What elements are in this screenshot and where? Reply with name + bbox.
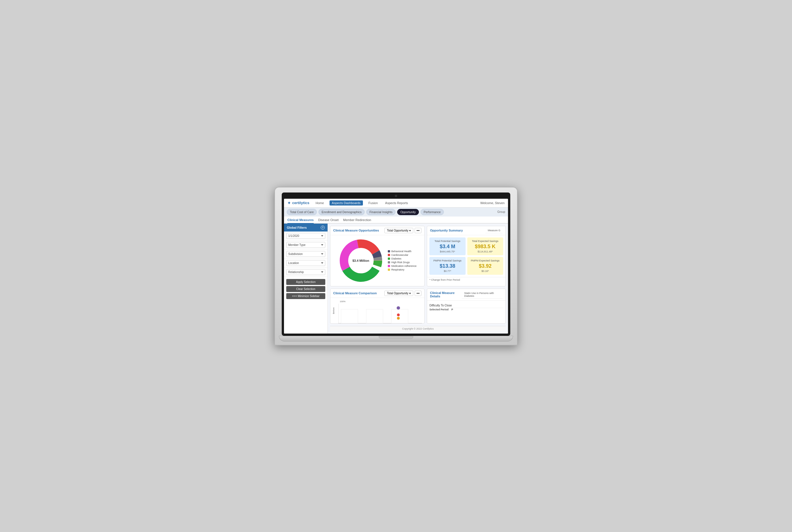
tab-member-redirection[interactable]: Member Redirection [343,218,371,224]
brand-logo: ✦ certilytics [288,201,310,205]
date-select[interactable]: 1/1/2020 [286,233,325,239]
minimize-sidebar-button[interactable]: <<< Minimize Sidebar [286,293,325,299]
total-expected-title: Total Expected Savings [470,240,500,243]
laptop-base [279,336,513,341]
group-label: Group [497,210,505,213]
selected-period-header: Selected Period [429,308,448,311]
more-options-button[interactable]: ••• [415,228,422,233]
clinical-comparison-panel: Clinical Measure Comparison Total Opport… [330,289,425,324]
brand-name: certilytics [292,201,310,205]
main-content: Clinical Measure Opportunities Total Opp… [328,224,508,334]
comparison-chart-area: Before 100% [330,298,424,323]
clinical-details-title: Clinical Measure Details [430,291,462,298]
total-potential-sub: $444,445.75* [432,250,462,253]
sidebar-title: Global Filters [287,226,307,229]
opportunity-grid: Total Potential Savings $3.4 M $444,445.… [427,235,505,277]
legend-dot-medication [388,265,390,267]
sub-navigation: Total Cost of Care Enrollment and Demogr… [284,208,508,216]
copyright-text: Copyright © 2022 Certilytics [330,326,506,331]
total-opportunity-dropdown[interactable]: Total Opportunity ▾ [384,228,413,233]
chevron-down-icon-2: ▾ [409,292,411,295]
subdivision-select[interactable]: Subdivision [286,251,325,257]
opportunity-summary-panel: Opportunity Summary Measure G Total Pote… [427,226,506,286]
p-header: P [452,308,453,311]
legend-diabetes: Diabetes [388,257,417,260]
nav-home[interactable]: Home [314,201,326,206]
legend-cardiovascular: Cardiovascular [388,253,417,256]
difficulty-row: Difficulty To Close [429,303,503,308]
date-filter: 1/1/2020 [284,231,328,241]
legend-dot-behavioral [388,250,390,252]
pmpm-expected-title: PMPM Expected Savings [470,259,500,262]
location-select[interactable]: Location [286,260,325,266]
member-type-select[interactable]: Member Type [286,242,325,248]
measure-g-label: Measure G [485,228,503,233]
nav-aspects-dashboards[interactable]: Aspects Dashboards [330,201,363,206]
total-expected-value: $983.5 K [470,244,500,250]
subtab-enrollment[interactable]: Enrollment and Demographics [318,209,365,215]
bottom-panel-row: Clinical Measure Comparison Total Opport… [330,289,506,324]
total-potential-value: $3.4 M [432,244,462,250]
percent-100-label: 100% [340,300,345,303]
sidebar: Global Filters ? 1/1/2020 Member Typ [284,224,328,334]
legend-respiratory: Respiratory [388,268,417,271]
svg-rect-11 [366,309,383,323]
nav-aspects-reports[interactable]: Aspects Reports [384,201,410,206]
nav-fusion[interactable]: Fusion [367,201,380,206]
clinical-comparison-controls: Total Opportunity ▾ ••• [384,290,421,296]
total-expected-savings-card: Total Expected Savings $983.5 K $114,911… [467,238,503,255]
nav-links: Home Aspects Dashboards Fusion Aspects R… [314,201,410,206]
pmpm-expected-sub: $0.16* [470,270,500,272]
clear-selection-button[interactable]: Clear Selection [286,286,325,292]
top-panel-row: Clinical Measure Opportunities Total Opp… [330,226,506,286]
clinical-opportunities-header: Clinical Measure Opportunities Total Opp… [330,226,424,235]
relationship-select[interactable]: Relationship [286,269,325,275]
comparison-dropdown[interactable]: Total Opportunity ▾ [384,290,413,296]
legend-dot-cardiovascular [388,254,390,256]
subtab-total-cost[interactable]: Total Cost of Care [287,209,317,215]
clinical-comparison-title: Clinical Measure Comparison [333,291,377,295]
svg-point-14 [397,314,400,316]
clinical-details-content: Difficulty To Close Selected Period P [427,301,505,313]
subtab-financial[interactable]: Financial Insights [366,209,395,215]
clinical-details-panel: Clinical Measure Details Statin Use in P… [427,289,506,324]
clinical-opportunities-title: Clinical Measure Opportunities [333,229,379,232]
svg-rect-12 [391,309,408,323]
clinical-details-header: Clinical Measure Details Statin Use in P… [427,289,505,301]
info-icon[interactable]: ? [321,226,325,230]
detail-columns: Selected Period P [429,308,503,311]
legend-high-risk-drugs: High Risk Drugs [388,261,417,264]
tab-disease-onset[interactable]: Disease Onset [318,218,338,224]
comparison-bar-chart [338,304,422,323]
y-axis-label: Before [332,307,335,314]
top-navigation: ✦ certilytics Home Aspects Dashboards Fu… [284,199,508,208]
comparison-more-button[interactable]: ••• [415,290,422,296]
svg-point-15 [397,317,400,319]
difficulty-label: Difficulty To Close [429,304,452,307]
main-layout: Global Filters ? 1/1/2020 Member Typ [284,224,508,334]
change-from-prior-note: * Change from Prior Period [427,277,505,283]
legend-dot-respiratory [388,268,390,271]
pmpm-potential-value: $13.38 [432,263,462,269]
total-expected-sub: $114,911.48* [470,250,500,253]
svg-rect-10 [341,309,358,323]
legend-dot-high-risk [388,261,390,264]
legend-behavioral-health: Behavioral Health [388,250,417,253]
pmpm-potential-savings-card: PMPM Potential Savings $13.38 $0.77* [429,257,465,275]
clinical-comparison-header: Clinical Measure Comparison Total Opport… [330,289,424,298]
apply-selection-button[interactable]: Apply Selection [286,279,325,285]
relationship-filter: Relationship [284,268,328,277]
legend-medication-adherence: Medication Adherence [388,265,417,267]
subtab-performance[interactable]: Performance [421,209,444,215]
pmpm-potential-sub: $0.77* [432,270,462,272]
tab-clinical-measures[interactable]: Clinical Measures [288,218,314,224]
statin-measure-label: Statin Use in Persons with Diabetes [462,290,503,299]
clinical-opportunities-panel: Clinical Measure Opportunities Total Opp… [330,226,425,286]
donut-chart-area: $3.4 Million Behavioral Health [330,235,424,286]
subtab-opportunity[interactable]: Opportunity [397,209,419,215]
chart-legend: Behavioral Health Cardiovascular [388,250,417,271]
chevron-down-icon: ▾ [409,229,411,232]
page-tab-bar: Clinical Measures Disease Onset Member R… [284,216,508,224]
pmpm-expected-value: $3.92 [470,263,500,269]
sidebar-buttons: Apply Selection Clear Selection <<< Mini… [284,277,328,301]
